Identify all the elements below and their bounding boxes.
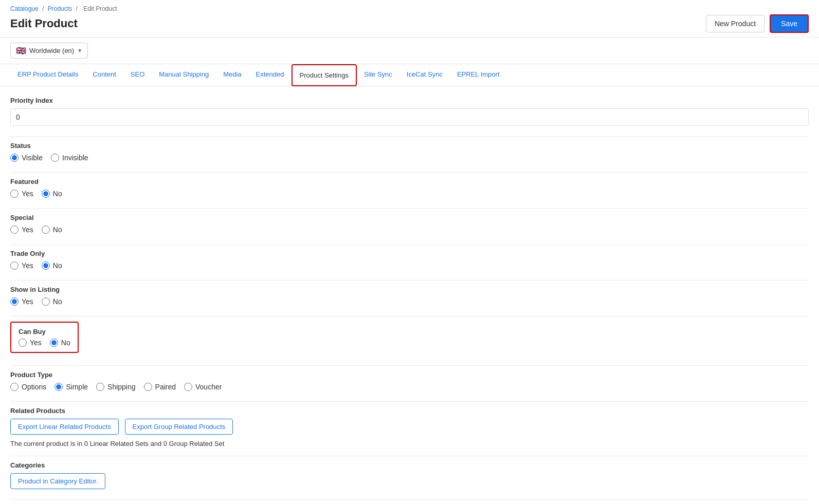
related-products-section: Related Products Export Linear Related P…: [10, 407, 809, 447]
special-label: Special: [10, 214, 809, 221]
listing-yes-option[interactable]: Yes: [10, 297, 33, 306]
type-options-radio[interactable]: [10, 383, 19, 391]
type-options-label: Options: [22, 383, 46, 391]
status-section: Status Visible Invisible: [10, 142, 809, 162]
canbuy-no-option[interactable]: No: [50, 339, 70, 347]
featured-label: Featured: [10, 178, 809, 185]
type-paired-radio[interactable]: [144, 383, 152, 391]
type-paired-label: Paired: [155, 383, 176, 391]
priority-index-input[interactable]: [10, 108, 809, 126]
export-linear-button[interactable]: Export Linear Related Products: [10, 419, 119, 435]
breadcrumb-current: Edit Product: [83, 5, 117, 12]
priority-index-section: Priority Index: [10, 97, 809, 126]
special-no-radio[interactable]: [42, 226, 50, 234]
canbuy-yes-option[interactable]: Yes: [19, 339, 42, 347]
priority-index-label: Priority Index: [10, 97, 809, 104]
status-radio-group: Visible Invisible: [10, 154, 809, 162]
type-voucher-label: Voucher: [195, 383, 222, 391]
locale-selector[interactable]: 🇬🇧 Worldwide (en) ▼: [10, 43, 88, 59]
locale-label: Worldwide (en): [29, 47, 74, 54]
breadcrumb-catalogue[interactable]: Catalogue: [10, 5, 39, 12]
featured-yes-radio[interactable]: [10, 190, 19, 198]
tab-product-settings[interactable]: Product Settings: [292, 64, 357, 86]
tab-erp-product-details[interactable]: ERP Product Details: [10, 64, 85, 86]
listing-no-option[interactable]: No: [42, 297, 62, 306]
trade-no-radio[interactable]: [42, 262, 50, 270]
status-visible-radio[interactable]: [10, 154, 19, 162]
show-in-listing-section: Show in Listing Yes No: [10, 286, 809, 306]
show-in-listing-radio-group: Yes No: [10, 297, 809, 306]
category-editor-button[interactable]: Product in Category Editor.: [10, 473, 105, 489]
listing-no-radio[interactable]: [42, 297, 50, 306]
special-yes-option[interactable]: Yes: [10, 226, 33, 234]
product-type-section: Product Type Options Simple Shipping Pai…: [10, 371, 809, 391]
show-in-listing-label: Show in Listing: [10, 286, 809, 293]
listing-yes-label: Yes: [22, 297, 33, 306]
trade-only-section: Trade Only Yes No: [10, 250, 809, 270]
trade-no-option[interactable]: No: [42, 262, 62, 270]
product-type-label: Product Type: [10, 371, 809, 379]
trade-only-label: Trade Only: [10, 250, 809, 257]
export-group-button[interactable]: Export Group Related Products: [125, 419, 233, 435]
special-yes-label: Yes: [22, 226, 33, 234]
tabs-nav: ERP Product Details Content SEO Manual S…: [0, 64, 819, 86]
type-shipping-option[interactable]: Shipping: [96, 383, 136, 391]
listing-no-label: No: [53, 297, 62, 306]
type-voucher-radio[interactable]: [184, 383, 192, 391]
tab-extended[interactable]: Extended: [249, 64, 292, 86]
type-shipping-radio[interactable]: [96, 383, 104, 391]
locale-bar: 🇬🇧 Worldwide (en) ▼: [0, 38, 819, 64]
featured-no-label: No: [53, 190, 62, 198]
tab-media[interactable]: Media: [216, 64, 248, 86]
trade-no-label: No: [53, 262, 62, 270]
type-options-option[interactable]: Options: [10, 383, 46, 391]
status-visible-label: Visible: [22, 154, 43, 162]
tab-icecat-sync[interactable]: IceCat Sync: [399, 64, 450, 86]
type-voucher-option[interactable]: Voucher: [184, 383, 222, 391]
featured-no-radio[interactable]: [42, 190, 50, 198]
featured-yes-label: Yes: [22, 190, 33, 198]
product-type-radio-group: Options Simple Shipping Paired Voucher: [10, 383, 809, 391]
new-product-button[interactable]: New Product: [706, 15, 765, 32]
canbuy-no-radio[interactable]: [50, 339, 58, 347]
listing-yes-radio[interactable]: [10, 297, 19, 306]
tab-site-sync[interactable]: Site Sync: [357, 64, 399, 86]
special-no-label: No: [53, 226, 62, 234]
status-invisible-option[interactable]: Invisible: [51, 154, 88, 162]
flag-icon: 🇬🇧: [16, 46, 26, 55]
related-products-buttons: Export Linear Related Products Export Gr…: [10, 419, 809, 435]
special-section: Special Yes No: [10, 214, 809, 234]
status-visible-option[interactable]: Visible: [10, 154, 43, 162]
related-products-info: The current product is in 0 Linear Relat…: [10, 440, 809, 447]
can-buy-label: Can Buy: [19, 328, 70, 335]
featured-no-option[interactable]: No: [42, 190, 62, 198]
related-products-label: Related Products: [10, 407, 809, 415]
type-simple-label: Simple: [66, 383, 88, 391]
trade-yes-radio[interactable]: [10, 262, 19, 270]
type-paired-option[interactable]: Paired: [144, 383, 176, 391]
special-no-option[interactable]: No: [42, 226, 62, 234]
chevron-down-icon: ▼: [77, 48, 82, 53]
trade-yes-option[interactable]: Yes: [10, 262, 33, 270]
status-invisible-radio[interactable]: [51, 154, 59, 162]
canbuy-yes-radio[interactable]: [19, 339, 27, 347]
trade-yes-label: Yes: [22, 262, 33, 270]
can-buy-box: Can Buy Yes No: [10, 322, 79, 353]
featured-section: Featured Yes No: [10, 178, 809, 198]
featured-yes-option[interactable]: Yes: [10, 190, 33, 198]
type-simple-radio[interactable]: [54, 383, 63, 391]
tab-seo[interactable]: SEO: [123, 64, 152, 86]
top-actions: New Product Save: [706, 14, 809, 33]
breadcrumb-products[interactable]: Products: [48, 5, 72, 12]
canbuy-no-label: No: [61, 339, 70, 347]
top-bar: Catalogue / Products / Edit Product Edit…: [0, 0, 819, 38]
save-button[interactable]: Save: [770, 14, 809, 33]
tab-content[interactable]: Content: [85, 64, 123, 86]
featured-radio-group: Yes No: [10, 190, 809, 198]
main-content: Priority Index Status Visible Invisible …: [0, 86, 819, 504]
tab-eprel-import[interactable]: EPREL Import: [450, 64, 507, 86]
trade-only-radio-group: Yes No: [10, 262, 809, 270]
tab-manual-shipping[interactable]: Manual Shipping: [152, 64, 216, 86]
special-yes-radio[interactable]: [10, 226, 19, 234]
type-simple-option[interactable]: Simple: [54, 383, 88, 391]
